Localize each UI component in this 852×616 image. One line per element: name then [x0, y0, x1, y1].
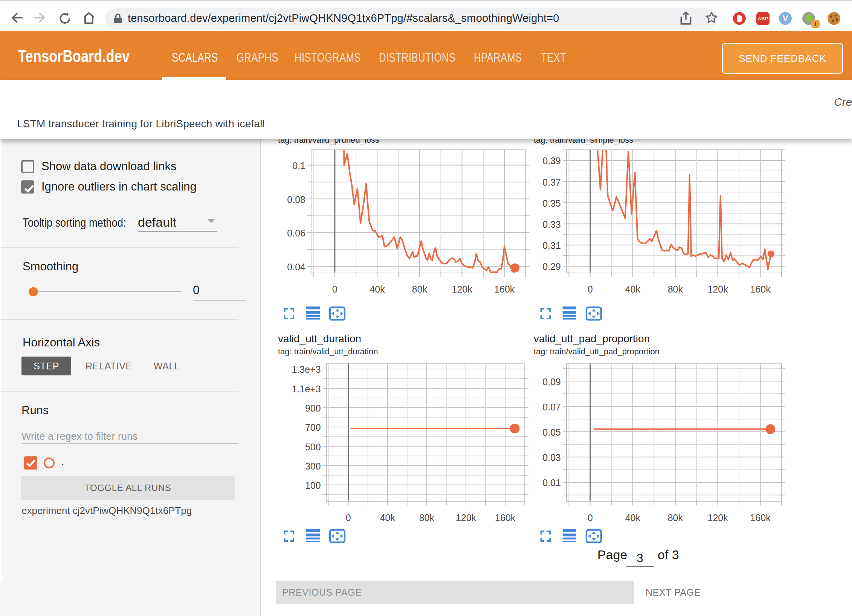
- svg-text:0.1: 0.1: [292, 160, 305, 171]
- svg-text:0.37: 0.37: [542, 177, 561, 188]
- svg-text:160k: 160k: [494, 284, 515, 294]
- svg-text:0.03: 0.03: [542, 452, 561, 463]
- svg-text:300: 300: [305, 461, 321, 471]
- svg-text:0.09: 0.09: [542, 377, 561, 387]
- svg-text:160k: 160k: [495, 512, 516, 523]
- svg-text:80k: 80k: [419, 512, 435, 523]
- svg-text:40k: 40k: [625, 284, 641, 294]
- svg-text:120k: 120k: [452, 284, 472, 294]
- svg-text:0.05: 0.05: [542, 427, 561, 438]
- svg-text:40k: 40k: [625, 512, 641, 523]
- svg-text:0: 0: [346, 512, 351, 523]
- svg-text:0.01: 0.01: [542, 477, 561, 488]
- svg-text:0.07: 0.07: [542, 402, 561, 412]
- svg-text:40k: 40k: [370, 284, 385, 294]
- svg-text:1.1e+3: 1.1e+3: [292, 384, 321, 394]
- svg-text:120k: 120k: [707, 284, 728, 294]
- svg-text:40k: 40k: [380, 512, 395, 523]
- svg-text:0: 0: [588, 284, 593, 294]
- svg-text:0.04: 0.04: [287, 262, 305, 272]
- svg-text:0.31: 0.31: [542, 240, 561, 251]
- svg-text:0.29: 0.29: [542, 261, 561, 272]
- svg-text:1.3e+3: 1.3e+3: [292, 364, 321, 375]
- svg-text:0.06: 0.06: [287, 228, 305, 238]
- svg-text:0.39: 0.39: [542, 156, 561, 166]
- svg-text:900: 900: [305, 403, 321, 413]
- svg-text:tag: train/valid_utt_pad_propo: tag: train/valid_utt_pad_proportion: [534, 347, 660, 356]
- svg-text:80k: 80k: [412, 284, 428, 294]
- svg-text:100: 100: [305, 480, 321, 491]
- svg-text:0.08: 0.08: [287, 194, 305, 205]
- svg-text:120k: 120k: [707, 512, 728, 523]
- svg-text:0.33: 0.33: [542, 219, 561, 230]
- svg-text:160k: 160k: [750, 284, 771, 294]
- svg-text:500: 500: [305, 442, 321, 452]
- svg-text:80k: 80k: [668, 512, 683, 523]
- svg-text:160k: 160k: [750, 512, 771, 523]
- svg-text:valid_utt_pad_proportion: valid_utt_pad_proportion: [534, 333, 650, 345]
- svg-text:valid_utt_duration: valid_utt_duration: [278, 333, 361, 345]
- svg-text:tag: train/valid_utt_duration: tag: train/valid_utt_duration: [278, 347, 378, 356]
- svg-text:80k: 80k: [668, 284, 683, 294]
- svg-text:120k: 120k: [456, 512, 476, 523]
- svg-text:0: 0: [332, 284, 337, 294]
- svg-text:0.35: 0.35: [542, 198, 561, 209]
- svg-text:0: 0: [588, 512, 593, 523]
- svg-text:700: 700: [305, 422, 321, 433]
